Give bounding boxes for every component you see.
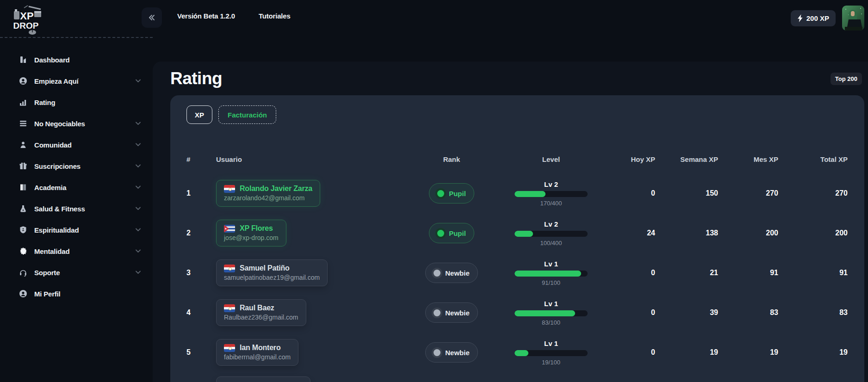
user-avatar[interactable] <box>842 6 864 31</box>
country-flag-icon <box>224 265 235 272</box>
rank-dot-icon <box>437 190 444 197</box>
sidebar-item[interactable]: Comunidad <box>0 134 153 155</box>
sidebar-item[interactable]: Rating <box>0 92 153 113</box>
sidebar-item-label: No Negociables <box>34 120 85 128</box>
sidebar-item-label: Soporte <box>34 269 60 277</box>
sidebar-item[interactable]: Academia <box>0 177 153 198</box>
sidebar: Dashboard Empieza Aquí Rating No Negocia… <box>0 37 153 382</box>
user-email: Raulbaez236@gmail.com <box>224 314 298 321</box>
sidebar-item[interactable]: No Negociables <box>0 113 153 134</box>
chevron-down-icon <box>136 207 141 210</box>
level-progress-fill <box>515 310 575 316</box>
rank-badge: Newbie <box>425 263 478 283</box>
table-row: 4 <box>186 293 848 333</box>
header-total: Total XP <box>820 155 848 163</box>
sidebar-item-icon <box>19 140 28 149</box>
xp-balance-badge[interactable]: 200 XP <box>791 10 836 26</box>
sidebar-item-icon <box>19 55 28 64</box>
total-xp-value: 19 <box>839 348 848 357</box>
rank-badge: Newbie <box>425 302 478 323</box>
table-row: 3 <box>186 253 848 293</box>
sidebar-item[interactable]: Mi Perfil <box>0 283 153 304</box>
today-xp-value: 0 <box>651 269 655 277</box>
sidebar-item-label: Empieza Aquí <box>34 77 78 85</box>
sidebar-item-icon <box>19 119 28 128</box>
header-rank: Rank <box>443 155 460 163</box>
user-pill[interactable]: Raul Baez Raulbaez236@gmail.com <box>216 299 306 326</box>
rank-position: 3 <box>186 269 216 277</box>
sidebar-item[interactable]: Salud & Fitness <box>0 198 153 219</box>
rank-badge: Newbie <box>425 342 478 363</box>
level-progress-label: 83/100 <box>515 319 588 326</box>
sidebar-item[interactable]: Empieza Aquí <box>0 70 153 92</box>
level-progress-track <box>515 350 588 356</box>
sidebar-collapse-button[interactable] <box>142 7 162 28</box>
xp-drop-logo: XP DROP <box>10 2 43 35</box>
header-week: Semana XP <box>680 155 718 163</box>
tab-facturacion[interactable]: Facturación <box>218 105 276 124</box>
month-xp-value: 91 <box>770 269 778 277</box>
level-progress-track <box>515 271 588 277</box>
sidebar-item[interactable]: Soporte <box>0 262 153 283</box>
level-progress-fill <box>515 271 581 277</box>
chevron-down-icon <box>136 143 141 147</box>
level-label: Lv 1 <box>515 300 588 308</box>
top-right-cluster: 200 XP <box>791 6 864 31</box>
header-user: Usuario <box>216 155 412 163</box>
sidebar-item[interactable]: Espiritualidad <box>0 219 153 240</box>
today-xp-value: 0 <box>651 308 655 317</box>
today-xp-value: 0 <box>651 189 655 197</box>
user-pill[interactable] <box>216 376 310 382</box>
rank-dot-icon <box>434 270 440 277</box>
user-name: XP Flores <box>240 224 273 233</box>
total-xp-value: 83 <box>839 308 848 317</box>
table-header-row: # Usuario Rank Level Hoy XP Semana XP Me… <box>186 154 848 164</box>
top-200-badge: Top 200 <box>831 73 862 85</box>
user-pill[interactable]: Ian Montero fabiberrnal@gmail.com <box>216 339 298 366</box>
sidebar-item-label: Mentalidad <box>34 247 69 255</box>
rank-dot-icon <box>437 230 444 237</box>
sidebar-item[interactable]: Mentalidad <box>0 240 153 262</box>
rank-label: Newbie <box>445 309 470 317</box>
user-pill[interactable]: XP Flores jose@xp-drop.com <box>216 220 286 246</box>
sidebar-item-icon <box>19 268 28 277</box>
lightning-icon <box>797 14 803 22</box>
sidebar-item-icon <box>19 246 28 256</box>
level-label: Lv 2 <box>515 220 588 228</box>
rank-badge: Pupil <box>429 183 474 203</box>
total-xp-value: 270 <box>835 189 848 197</box>
main-panel: Rating Top 200 XP Facturación # Usuario … <box>153 62 868 382</box>
sidebar-item-label: Mi Perfil <box>34 290 61 298</box>
rank-label: Newbie <box>445 269 470 277</box>
tab-xp[interactable]: XP <box>186 105 212 124</box>
user-pill[interactable]: Rolando Javier Zarza zarzarolando42@gmai… <box>216 180 320 207</box>
xp-balance-label: 200 XP <box>806 14 829 22</box>
header-month: Mes XP <box>754 155 778 163</box>
table-row: 5 <box>186 333 848 372</box>
country-flag-icon <box>224 185 235 193</box>
user-pill[interactable]: Samuel Patiño samuelpatinobaez19@gmail.c… <box>216 259 328 286</box>
level-label: Lv 1 <box>515 339 588 347</box>
today-xp-value: 0 <box>651 348 655 357</box>
sidebar-item[interactable]: Suscripciones <box>0 155 153 177</box>
chevron-down-icon <box>136 79 141 83</box>
level-progress-fill <box>515 191 546 197</box>
sidebar-item-label: Academia <box>34 184 66 191</box>
level-progress-label: 170/400 <box>515 200 588 207</box>
level-progress-label: 100/400 <box>515 240 588 246</box>
level-cell: Lv 1 83/100 <box>515 300 588 326</box>
sidebar-item-icon <box>19 289 28 298</box>
week-xp-value: 21 <box>710 269 718 277</box>
rank-position: 5 <box>186 348 216 357</box>
table-body: 1 <box>186 173 848 382</box>
chevron-down-icon <box>136 271 141 274</box>
sidebar-item[interactable]: Dashboard <box>0 49 153 70</box>
table-row: Lv 1 <box>186 372 848 382</box>
header-pos: # <box>186 155 216 163</box>
level-cell: Lv 1 91/100 <box>515 260 588 286</box>
sidebar-item-icon <box>19 161 28 171</box>
user-name: Rolando Javier Zarza <box>240 185 312 193</box>
total-xp-value: 91 <box>839 269 848 277</box>
tutorials-link[interactable]: Tutoriales <box>259 12 291 20</box>
sidebar-item-icon <box>19 204 28 213</box>
